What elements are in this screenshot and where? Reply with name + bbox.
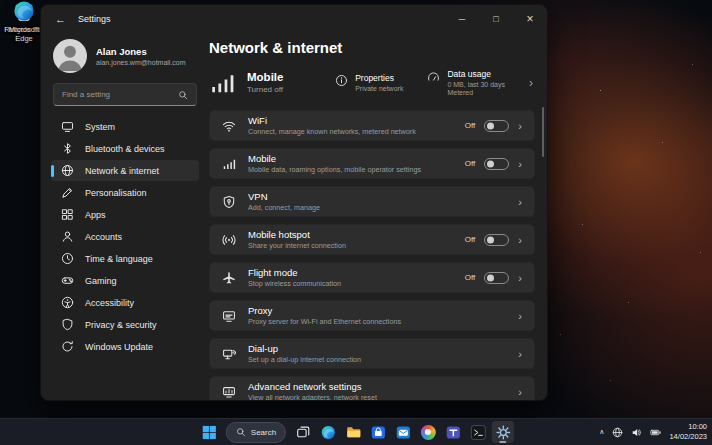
nav-item-icon <box>61 296 74 309</box>
tray-icon[interactable] <box>650 427 661 438</box>
nav-item-label: Windows Update <box>85 342 153 352</box>
chevron-right-icon[interactable]: › <box>518 386 522 398</box>
settings-card-list: WiFi Connect, manage known networks, met… <box>209 110 535 401</box>
settings-card[interactable]: VPN Add, connect, manage › <box>209 186 535 217</box>
sidebar-nav-item[interactable]: Accounts <box>51 226 199 247</box>
settings-card[interactable]: WiFi Connect, manage known networks, met… <box>209 110 535 141</box>
settings-card[interactable]: Flight mode Stop wireless communication … <box>209 262 535 293</box>
settings-card[interactable]: Advanced network settings View all netwo… <box>209 376 535 401</box>
chevron-right-icon[interactable]: › <box>518 196 522 208</box>
tray-icon[interactable] <box>631 427 642 438</box>
taskbar-app-button[interactable] <box>342 421 364 443</box>
sidebar-nav-item[interactable]: Gaming <box>51 270 199 291</box>
nav-item-label: Bluetooth & devices <box>85 144 165 154</box>
sidebar-nav-item[interactable]: Windows Update <box>51 336 199 357</box>
nav-item-label: Apps <box>85 210 106 220</box>
settings-card[interactable]: Proxy Proxy server for Wi-Fi and Etherne… <box>209 300 535 331</box>
card-subtitle: Set up a dial-up internet connection <box>248 355 506 364</box>
maximize-button[interactable]: □ <box>479 5 513 33</box>
card-icon <box>222 309 236 323</box>
taskbar-search[interactable]: Search <box>226 422 286 443</box>
sidebar-nav-item[interactable]: Accessibility <box>51 292 199 313</box>
chevron-right-icon[interactable]: › <box>518 272 522 284</box>
card-title: Mobile <box>248 153 453 164</box>
nav-item-icon <box>61 186 74 199</box>
chevron-right-icon[interactable]: › <box>518 158 522 170</box>
taskbar-app-button[interactable] <box>442 421 464 443</box>
minimize-button[interactable]: ─ <box>445 5 479 33</box>
toggle-state-label: Off <box>465 159 476 168</box>
signal-bars-icon <box>209 70 235 96</box>
chevron-right-icon[interactable]: › <box>518 310 522 322</box>
taskbar-app-button[interactable] <box>467 421 489 443</box>
sidebar-nav-item[interactable]: Apps <box>51 204 199 225</box>
nav-item-label: Time & language <box>85 254 153 264</box>
start-button[interactable] <box>198 421 220 443</box>
user-email: alan.jones.wm@hotmail.com <box>96 59 186 66</box>
chevron-right-icon[interactable]: › <box>518 348 522 360</box>
hero-item-title: Properties <box>355 73 403 83</box>
card-title: Advanced network settings <box>248 381 506 392</box>
sidebar-nav-item[interactable]: Time & language <box>51 248 199 269</box>
settings-card[interactable]: Dial-up Set up a dial-up internet connec… <box>209 338 535 369</box>
nav-item-label: Network & internet <box>85 166 159 176</box>
toggle-switch[interactable] <box>484 272 509 284</box>
chevron-right-icon[interactable]: › <box>518 234 522 246</box>
nav-item-icon <box>61 230 74 243</box>
nav-item-label: Personalisation <box>85 188 147 198</box>
toggle-switch[interactable] <box>484 234 509 246</box>
toggle-switch[interactable] <box>484 120 509 132</box>
app-icon <box>446 425 461 440</box>
card-subtitle: Proxy server for Wi-Fi and Ethernet conn… <box>248 317 506 326</box>
taskbar-app-button[interactable] <box>367 421 389 443</box>
network-status-header[interactable]: Mobile Turned off Properties Private net… <box>209 69 535 96</box>
taskbar-app-button[interactable] <box>292 421 314 443</box>
taskbar-app-button[interactable] <box>317 421 339 443</box>
search-input[interactable] <box>62 90 178 99</box>
toggle-switch[interactable] <box>484 158 509 170</box>
search-icon <box>236 427 246 437</box>
page-title: Network & internet <box>209 39 535 56</box>
taskbar-app-button[interactable] <box>492 421 514 443</box>
chevron-right-icon[interactable]: › <box>518 120 522 132</box>
nav-item-label: System <box>85 122 115 132</box>
card-subtitle: Stop wireless communication <box>248 279 453 288</box>
nav-item-icon <box>61 340 74 353</box>
scrollbar-thumb[interactable] <box>542 107 545 157</box>
card-title: Mobile hotspot <box>248 229 453 240</box>
sidebar-nav-item[interactable]: System <box>51 116 199 137</box>
clock-date: 14/02/2023 <box>669 432 707 442</box>
settings-card[interactable]: Mobile Mobile data, roaming options, mob… <box>209 148 535 179</box>
windows-logo-icon <box>201 425 216 440</box>
desktop: { "glyphs": { "chevron_right": "›" }, "d… <box>0 0 712 445</box>
sidebar-nav-item[interactable]: Network & internet <box>51 160 199 181</box>
titlebar[interactable]: ← Settings ─ □ × <box>41 5 547 33</box>
sidebar-nav-item[interactable]: Privacy & security <box>51 314 199 335</box>
card-title: Flight mode <box>248 267 453 278</box>
app-icon <box>396 425 411 440</box>
settings-search-box[interactable] <box>53 83 197 106</box>
card-subtitle: View all network adapters, network reset <box>248 393 506 401</box>
user-account[interactable]: Alan Jones alan.jones.wm@hotmail.com <box>51 37 199 83</box>
card-title: Proxy <box>248 305 506 316</box>
clock-time: 10:00 <box>669 422 707 432</box>
sidebar-nav-item[interactable]: Personalisation <box>51 182 199 203</box>
taskbar-app-button[interactable] <box>392 421 414 443</box>
tray-icon[interactable] <box>612 427 623 438</box>
nav-item-icon <box>61 274 74 287</box>
settings-window: ← Settings ─ □ × Alan Jones alan.jones.w… <box>40 4 548 401</box>
card-title: Dial-up <box>248 343 506 354</box>
back-button[interactable]: ← <box>55 13 66 25</box>
nav-item-icon <box>61 208 74 221</box>
hidden-icons-chevron[interactable]: ∧ <box>599 428 604 436</box>
nav-item-icon <box>61 164 74 177</box>
sidebar-nav: System Bluetooth & devices Network & int… <box>51 116 199 357</box>
close-button[interactable]: × <box>513 5 547 33</box>
settings-card[interactable]: Mobile hotspot Share your internet conne… <box>209 224 535 255</box>
taskbar-clock[interactable]: 10:00 14/02/2023 <box>669 422 707 442</box>
chevron-right-icon[interactable]: › <box>529 76 533 90</box>
taskbar-app-button[interactable] <box>417 421 439 443</box>
sidebar-nav-item[interactable]: Bluetooth & devices <box>51 138 199 159</box>
hero-info-item[interactable]: Properties Private network <box>335 73 403 92</box>
hero-info-item[interactable]: Data usage 0 MB, last 30 days Metered <box>427 69 505 96</box>
